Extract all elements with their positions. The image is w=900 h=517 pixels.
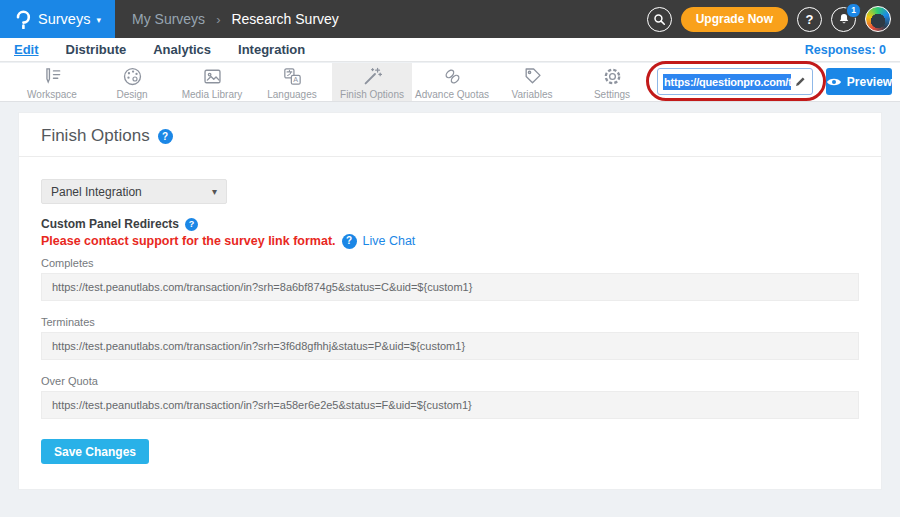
preview-button[interactable]: Preview xyxy=(826,68,892,95)
over-quota-url-input[interactable]: https://test.peanutlabs.com/transaction/… xyxy=(41,391,859,419)
finish-options-help-icon[interactable]: ? xyxy=(158,129,173,144)
completes-url-input[interactable]: https://test.peanutlabs.com/transaction/… xyxy=(41,273,859,301)
live-chat-link[interactable]: Live Chat xyxy=(363,233,416,249)
variables-icon xyxy=(521,65,544,88)
completes-label: Completes xyxy=(41,257,859,270)
header-actions: Upgrade Now ? 1 xyxy=(647,6,900,32)
toolbar-item-finish-options[interactable]: Finish Options xyxy=(332,63,412,101)
tab-analytics[interactable]: Analytics xyxy=(153,42,211,57)
breadcrumb-my-surveys[interactable]: My Surveys xyxy=(132,11,205,27)
responses-count: Responses: 0 xyxy=(805,43,886,57)
advance-quotas-icon xyxy=(441,65,464,88)
avatar[interactable] xyxy=(865,6,891,32)
terminates-label: Terminates xyxy=(41,316,859,329)
survey-url-selected-text: https://questionpro.com/t/A xyxy=(663,74,791,90)
survey-url-input[interactable]: https://questionpro.com/t/A xyxy=(657,68,813,95)
settings-gear-icon xyxy=(601,65,624,88)
upgrade-now-button[interactable]: Upgrade Now xyxy=(681,7,788,32)
custom-panel-redirects-help-icon[interactable]: ? xyxy=(185,218,198,231)
panel-integration-dropdown[interactable]: Panel Integration ▾ xyxy=(41,179,227,204)
survey-nav: Edit Distribute Analytics Integration Re… xyxy=(0,38,900,62)
tab-edit[interactable]: Edit xyxy=(14,42,39,57)
notification-count-badge: 1 xyxy=(846,3,861,18)
notifications-bell-icon[interactable]: 1 xyxy=(831,7,856,32)
finish-options-icon xyxy=(361,65,384,88)
finish-options-panel: Finish Options ? Panel Integration ▾ Cus… xyxy=(18,112,882,490)
top-header: Surveys ▾ My Surveys › Research Survey U… xyxy=(0,0,900,38)
toolbar-item-settings[interactable]: Settings xyxy=(572,63,652,101)
product-name: Surveys xyxy=(38,11,90,27)
workspace-icon xyxy=(41,65,64,88)
toolbar-item-languages[interactable]: A Languages xyxy=(252,63,332,101)
tab-distribute[interactable]: Distribute xyxy=(66,42,127,57)
terminates-field-group: Terminates https://test.peanutlabs.com/t… xyxy=(41,316,859,360)
chevron-down-icon: ▾ xyxy=(212,186,217,197)
save-changes-button[interactable]: Save Changes xyxy=(41,439,149,464)
breadcrumb: My Surveys › Research Survey xyxy=(132,11,339,27)
search-icon[interactable] xyxy=(647,7,672,32)
breadcrumb-current-survey: Research Survey xyxy=(231,11,338,27)
media-library-icon xyxy=(201,65,224,88)
languages-icon: A xyxy=(281,65,304,88)
svg-text:A: A xyxy=(293,76,298,84)
toolbar-item-advance-quotas[interactable]: Advance Quotas xyxy=(412,63,492,101)
product-switcher[interactable]: Surveys ▾ xyxy=(0,0,115,38)
toolbar-item-variables[interactable]: Variables xyxy=(492,63,572,101)
live-chat-help-icon[interactable]: ? xyxy=(342,234,357,249)
edit-url-pencil-icon[interactable] xyxy=(794,75,807,88)
breadcrumb-separator: › xyxy=(216,12,220,27)
toolbar-item-design[interactable]: Design xyxy=(92,63,172,101)
toolbar-item-workspace[interactable]: Workspace xyxy=(12,63,92,101)
questionpro-logo-icon xyxy=(14,9,32,29)
terminates-url-input[interactable]: https://test.peanutlabs.com/transaction/… xyxy=(41,332,859,360)
design-icon xyxy=(121,65,144,88)
toolbar-item-media-library[interactable]: Media Library xyxy=(172,63,252,101)
tab-integration[interactable]: Integration xyxy=(238,42,305,57)
page-title: Finish Options xyxy=(41,126,150,146)
help-icon[interactable]: ? xyxy=(797,7,822,32)
over-quota-field-group: Over Quota https://test.peanutlabs.com/t… xyxy=(41,375,859,419)
over-quota-label: Over Quota xyxy=(41,375,859,388)
support-notice: Please contact support for the survey li… xyxy=(41,233,859,249)
chevron-down-icon: ▾ xyxy=(96,15,101,25)
eye-icon xyxy=(826,76,842,88)
completes-field-group: Completes https://test.peanutlabs.com/tr… xyxy=(41,257,859,301)
custom-panel-redirects-heading: Custom Panel Redirects ? xyxy=(41,217,859,231)
